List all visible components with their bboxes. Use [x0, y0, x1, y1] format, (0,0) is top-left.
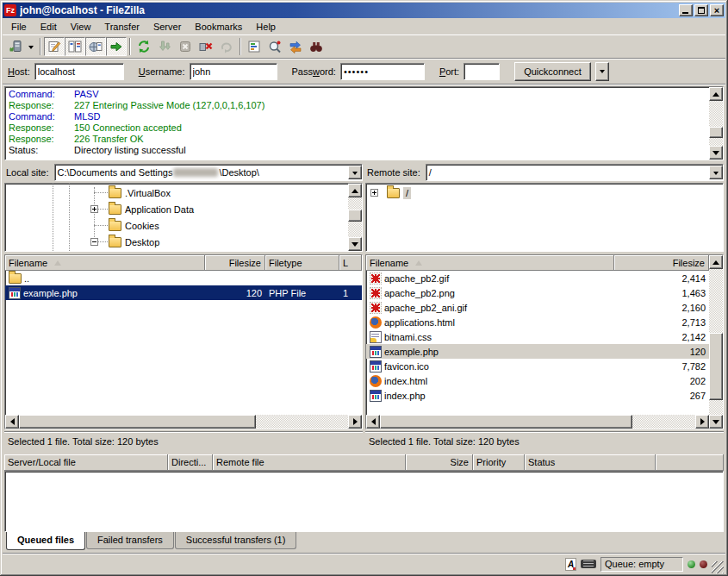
scroll-right-button[interactable] — [695, 415, 709, 429]
refresh-button[interactable] — [134, 37, 154, 56]
scroll-track[interactable] — [348, 197, 362, 237]
table-row-parent-dir[interactable]: .. — [5, 271, 362, 285]
synchronized-browsing-button[interactable] — [285, 37, 306, 56]
local-hscrollbar[interactable] — [5, 415, 362, 429]
queue-list[interactable] — [4, 471, 724, 532]
menu-help[interactable]: Help — [249, 20, 283, 34]
scroll-up-button[interactable] — [709, 255, 723, 269]
column-priority[interactable]: Priority — [473, 454, 525, 471]
menu-transfer[interactable]: Transfer — [97, 20, 146, 34]
table-row[interactable]: index.html202 — [366, 373, 709, 388]
find-files-button[interactable] — [306, 37, 327, 56]
tab-successful-transfers[interactable]: Successful transfers (1) — [175, 532, 297, 549]
remote-path-combo[interactable]: / — [426, 164, 724, 181]
column-status[interactable]: Status — [525, 454, 656, 471]
table-row-example-php-selected[interactable]: example.php120 — [366, 344, 709, 359]
quickconnect-button[interactable]: Quickconnect — [514, 62, 591, 81]
column-filesize[interactable]: Filesize — [205, 255, 265, 271]
column-server-local-file[interactable]: Server/Local file — [4, 454, 168, 471]
column-size[interactable]: Size — [406, 454, 473, 471]
table-row[interactable]: apache_pb2.gif2,414 — [366, 271, 709, 285]
host-input[interactable] — [34, 63, 124, 80]
table-row[interactable]: index.php267 — [366, 388, 709, 403]
scroll-thumb[interactable] — [709, 127, 723, 137]
scroll-thumb[interactable] — [709, 333, 723, 400]
log-line: Response:150 Connection accepted — [9, 122, 709, 134]
expand-plus-icon[interactable] — [90, 205, 98, 213]
site-manager-button[interactable] — [4, 37, 25, 56]
local-tree-scrollbar[interactable] — [348, 184, 362, 251]
table-row[interactable]: applications.html2,713 — [366, 315, 709, 329]
tree-item-application-data[interactable]: Application Data — [5, 201, 348, 217]
local-path-dropdown[interactable] — [348, 166, 362, 179]
directory-filters-button[interactable] — [244, 37, 264, 56]
disconnect-button[interactable] — [196, 37, 216, 56]
column-filename[interactable]: Filename — [366, 255, 614, 271]
column-filename[interactable]: Filename — [5, 255, 205, 271]
scroll-track[interactable] — [19, 415, 348, 429]
menu-file[interactable]: File — [4, 20, 34, 34]
message-log-lines: Command:PASV Response:227 Entering Passi… — [5, 87, 709, 160]
reconnect-button[interactable] — [216, 37, 237, 56]
scroll-track[interactable] — [709, 101, 723, 146]
tree-item-root[interactable]: / — [366, 185, 723, 201]
local-path-combo[interactable]: C:\Documents and Settings\Desktop\ — [54, 164, 363, 181]
table-row[interactable]: apache_pb2.png1,463 — [366, 285, 709, 300]
column-remote-file[interactable]: Remote file — [213, 454, 406, 471]
table-row-example-php-selected[interactable]: example.php 120 PHP File 1 — [5, 285, 362, 300]
column-direction[interactable]: Directi... — [168, 454, 213, 471]
scroll-up-button[interactable] — [709, 87, 723, 101]
directory-comparison-button[interactable] — [264, 37, 285, 56]
toggle-remote-tree-button[interactable] — [85, 37, 106, 56]
scroll-down-button[interactable] — [348, 237, 362, 251]
scroll-track[interactable] — [709, 269, 723, 415]
table-row[interactable]: bitnami.css2,142 — [366, 329, 709, 344]
collapse-minus-icon[interactable] — [90, 238, 98, 246]
tab-queued-files[interactable]: Queued files — [6, 532, 85, 550]
scroll-left-button[interactable] — [5, 415, 19, 429]
expand-plus-icon[interactable] — [370, 189, 378, 197]
reconnect-icon — [220, 40, 233, 53]
maximize-button[interactable] — [694, 4, 708, 16]
process-queue-button[interactable] — [154, 37, 175, 56]
menu-bookmarks[interactable]: Bookmarks — [188, 20, 249, 34]
tab-failed-transfers[interactable]: Failed transfers — [86, 532, 174, 549]
scroll-left-button[interactable] — [366, 415, 380, 429]
quickconnect-dropdown[interactable] — [595, 62, 609, 81]
password-input[interactable] — [340, 63, 425, 80]
toggle-queue-button[interactable] — [106, 37, 127, 56]
table-row[interactable]: apache_pb2_ani.gif2,160 — [366, 300, 709, 315]
scroll-up-button[interactable] — [348, 184, 362, 197]
scroll-right-button[interactable] — [348, 415, 362, 429]
cancel-operation-button[interactable] — [175, 37, 196, 56]
column-last-modified[interactable]: L — [339, 255, 362, 271]
close-button[interactable]: × — [710, 4, 724, 16]
port-input[interactable] — [464, 63, 500, 80]
scroll-track[interactable] — [380, 415, 695, 429]
toggle-message-log-button[interactable] — [44, 37, 65, 56]
scroll-thumb[interactable] — [380, 415, 632, 429]
tree-item-virtualbox[interactable]: .VirtualBox — [5, 185, 348, 201]
menu-server[interactable]: Server — [146, 20, 188, 34]
log-scrollbar[interactable] — [709, 87, 723, 160]
menu-view[interactable]: View — [64, 20, 98, 34]
table-row[interactable]: favicon.ico7,782 — [366, 359, 709, 373]
tree-item-cookies[interactable]: Cookies — [5, 217, 348, 234]
column-filesize[interactable]: Filesize — [614, 255, 709, 271]
scroll-down-button[interactable] — [709, 146, 723, 160]
username-input[interactable] — [190, 63, 277, 80]
local-tree-icon — [68, 40, 82, 53]
scroll-thumb[interactable] — [19, 415, 256, 429]
toggle-local-tree-button[interactable] — [65, 37, 85, 56]
remote-hscrollbar[interactable] — [366, 415, 709, 429]
menu-edit[interactable]: Edit — [34, 20, 64, 34]
tree-item-desktop[interactable]: Desktop — [5, 234, 348, 250]
site-manager-dropdown[interactable] — [25, 37, 37, 56]
remote-vscrollbar[interactable] — [709, 255, 723, 429]
remote-path-dropdown[interactable] — [709, 166, 723, 179]
resize-grip[interactable] — [712, 561, 724, 573]
scroll-down-button[interactable] — [709, 415, 723, 429]
scroll-thumb[interactable] — [348, 210, 362, 222]
minimize-button[interactable] — [679, 4, 693, 16]
column-filetype[interactable]: Filetype — [265, 255, 339, 271]
